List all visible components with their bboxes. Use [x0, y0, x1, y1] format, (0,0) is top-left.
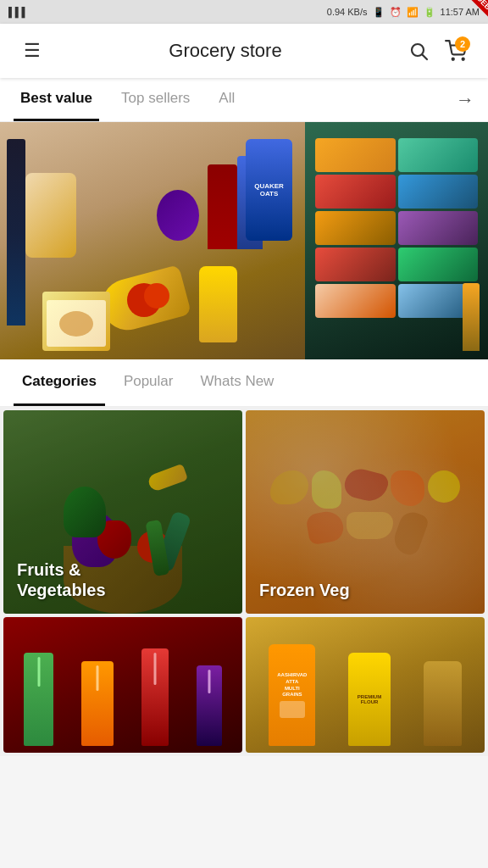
category-label-fruits-veg: Fruits &Vegetables	[17, 559, 106, 600]
menu-button[interactable]: ☰	[14, 32, 51, 70]
svg-line-1	[423, 55, 428, 60]
category-card-grains[interactable]: AASHIRVADATTAMULTIGRAINS PREMIUMFLOUR	[246, 617, 485, 753]
data-speed: 0.94 KB/s	[327, 7, 368, 17]
search-icon	[408, 41, 429, 61]
value-tabs-row: Best value Top sellers All →	[0, 78, 488, 122]
tab-best-value[interactable]: Best value	[14, 78, 99, 121]
category-card-frozen-veg[interactable]: Frozen Veg	[246, 410, 485, 614]
status-bar: ▌▌▌ 0.94 KB/s 📱 ⏰ 📶 🔋 11:57 AM	[0, 0, 488, 24]
signal-icon: ▌▌▌	[8, 7, 28, 17]
banner-left[interactable]: QUAKEROATS	[0, 122, 305, 359]
app-bar: ☰ Grocery store 2	[0, 24, 488, 78]
tab-whats-new[interactable]: Whats New	[191, 359, 282, 406]
search-button[interactable]	[400, 32, 437, 70]
battery-icon: 🔋	[424, 7, 435, 18]
svg-point-2	[452, 58, 454, 60]
section-tabs-row: Categories Popular Whats New	[0, 359, 488, 407]
wifi-icon: 📶	[407, 7, 419, 18]
tabs-arrow[interactable]: →	[456, 89, 474, 111]
time-display: 11:57 AM	[441, 7, 480, 17]
tab-popular[interactable]: Popular	[115, 359, 182, 406]
tab-top-sellers[interactable]: Top sellers	[114, 78, 197, 121]
hamburger-icon: ☰	[24, 40, 41, 62]
status-right: 0.94 KB/s 📱 ⏰ 📶 🔋 11:57 AM	[327, 7, 480, 18]
banner-section: QUAKEROATS	[0, 122, 488, 359]
status-left: ▌▌▌	[8, 7, 28, 17]
app-title: Grocery store	[51, 40, 400, 62]
bottom-categories: AASHIRVADATTAMULTIGRAINS PREMIUMFLOUR	[0, 617, 488, 756]
tab-all[interactable]: All	[212, 78, 241, 121]
cart-button[interactable]: 2	[437, 32, 474, 70]
tab-categories[interactable]: Categories	[14, 359, 105, 406]
banner-right[interactable]	[305, 122, 488, 359]
svg-point-3	[463, 58, 464, 60]
category-label-frozen-veg: Frozen Veg	[259, 580, 350, 600]
category-card-drinks[interactable]	[3, 617, 242, 753]
cart-badge: 2	[455, 36, 470, 52]
alarm-icon: ⏰	[390, 7, 402, 18]
category-card-fruits-veg[interactable]: Fruits &Vegetables	[3, 410, 242, 614]
category-grid: Fruits &Vegetables Frozen Veg	[0, 407, 488, 617]
phone-icon: 📱	[373, 7, 385, 18]
